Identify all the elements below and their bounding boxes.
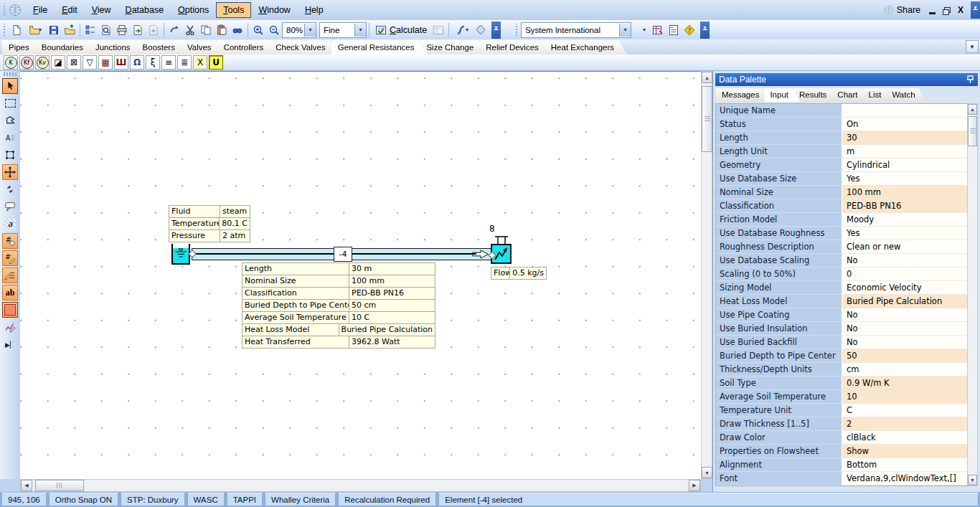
scroll-up-button[interactable]: ▲ [702,72,712,83]
print-button[interactable] [114,22,130,38]
radiator-icon[interactable]: ≡ [161,55,176,70]
property-value[interactable]: Show [842,445,967,458]
new-file-button[interactable] [9,22,24,38]
property-value[interactable]: 30 [842,131,967,145]
annotate-list-tool[interactable] [2,267,18,283]
toolbar1-overflow-button[interactable]: ▾▔ [491,22,501,39]
toolbar-grip[interactable] [514,24,518,37]
select-pointer-tool[interactable] [2,78,18,94]
lasso-select-tool[interactable] [2,113,18,128]
property-value[interactable]: 0 [842,267,967,281]
ab-text-tool[interactable]: ab [2,285,18,300]
undo-button[interactable] [166,22,182,38]
menu-item[interactable]: Options [171,2,216,18]
property-value[interactable]: PED-BB PN16 [842,199,967,213]
unit-table-button[interactable] [650,22,666,38]
menu-item[interactable]: Database [118,2,171,18]
pscroll-thumb[interactable] [968,116,977,146]
property-value[interactable]: Cylindrical [842,158,967,172]
property-value[interactable]: Moody [842,213,967,227]
u-resistance-icon[interactable]: U [209,55,223,70]
menu-item[interactable]: Help [298,2,331,18]
resize-tool[interactable] [2,181,18,197]
flow-demand-node-icon[interactable] [491,230,512,265]
scroll-down-button[interactable]: ▼ [702,467,712,478]
property-value[interactable]: clBlack [842,431,967,445]
import-folder-button[interactable] [62,22,77,38]
tab-overflow-button[interactable]: ▼ [966,40,979,53]
list-options-button[interactable] [666,22,682,38]
property-grid-scrollbar[interactable]: ▲ ▼ [967,103,978,486]
property-value[interactable]: No [842,322,967,336]
property-value[interactable]: m [842,145,967,158]
component-tab[interactable]: Relief Devices [479,40,552,55]
menu-item[interactable]: Edit [55,2,85,18]
print-preview-button[interactable] [98,22,114,38]
export-image-button[interactable] [130,22,146,38]
open-file-button[interactable]: ▾ [24,22,46,38]
cut-button[interactable] [182,22,198,38]
strainer-icon[interactable]: Ш [114,55,128,70]
restore-button[interactable] [939,4,953,16]
hourglass-restriction-icon[interactable]: X [193,55,207,70]
component-tab[interactable]: Boosters [136,40,188,55]
omega-resistance-icon[interactable]: Ω [130,55,144,70]
close-button[interactable]: X [953,4,968,16]
toolbar-grip[interactable] [2,24,6,37]
property-value[interactable]: Yes [842,172,967,186]
property-value[interactable]: C [842,404,967,417]
component-tab[interactable]: Junctions [89,40,143,55]
property-value[interactable]: 0.9 W/m K [842,376,967,390]
orifice-icon[interactable]: ◪ [51,55,65,70]
property-value[interactable]: 10 [842,390,967,404]
data-palette-tab[interactable]: Watch [886,88,926,102]
kf-factor-icon[interactable]: Kf [19,55,34,70]
property-value[interactable]: Bottom [842,458,967,472]
component-tab[interactable]: General Resistances [331,40,428,55]
component-tab[interactable]: Heat Exchangers [545,40,627,55]
property-value[interactable] [842,104,967,118]
zoom-combo-caret-icon[interactable]: ▾ [304,24,316,37]
units-caret-button[interactable]: ▾ [640,22,650,38]
paste-button[interactable] [214,22,230,38]
component-tab[interactable]: Boundaries [35,40,96,55]
k-constant-icon[interactable]: K [4,55,18,70]
toolstrip-expand-button[interactable]: ▶▏ [4,340,17,349]
scroll-right-button[interactable]: ▶ [689,480,700,491]
property-value[interactable]: Verdana,9,clWindowText,[] [842,472,967,485]
hscroll-thumb[interactable] [35,480,84,491]
canvas-horizontal-scrollbar[interactable]: ◀ ▶ [20,479,701,492]
property-value[interactable]: Buried Pipe Calculation [842,295,967,308]
unit-system-combo[interactable]: System International▾ [521,22,631,38]
frame-tool[interactable] [2,147,18,163]
grille-icon[interactable]: ▦ [98,55,113,70]
numbered-node-tool[interactable]: # [2,233,18,249]
quality-combo-caret-icon[interactable]: ▾ [354,24,366,37]
menu-item[interactable]: Tools [216,2,251,18]
callout-tool[interactable] [2,199,18,214]
property-value[interactable]: 100 mm [842,186,967,199]
kv-factor-icon[interactable]: Kv [35,55,50,70]
calculate-button[interactable]: Calculate [372,22,430,38]
find-button[interactable] [230,22,245,38]
scroll-left-button[interactable]: ◀ [21,480,32,491]
spring-loaded-icon[interactable]: ξ [146,55,160,70]
unit-system-caret-icon[interactable]: ▾ [619,24,631,37]
copy-button[interactable] [198,22,214,38]
property-value[interactable]: 50 [842,349,967,363]
text-area-tool[interactable]: a [2,216,18,232]
zoom-in-button[interactable] [250,22,266,38]
chart-line-tool[interactable] [2,319,18,335]
property-value[interactable]: Clean or new [842,240,967,254]
help-diamond-button[interactable]: ? [682,22,697,38]
menu-item[interactable]: File [26,2,55,18]
pan-move-tool[interactable] [2,164,18,180]
number-edit-tool[interactable]: # [2,250,18,266]
pipe-number-label[interactable]: -4 [334,247,352,262]
label-tool[interactable]: A [2,130,18,146]
property-value[interactable]: No [842,336,967,349]
minimize-button[interactable] [925,4,939,16]
cone-icon[interactable]: ▽ [83,55,97,70]
property-value[interactable]: No [842,254,967,267]
vscroll-thumb[interactable] [702,86,712,152]
